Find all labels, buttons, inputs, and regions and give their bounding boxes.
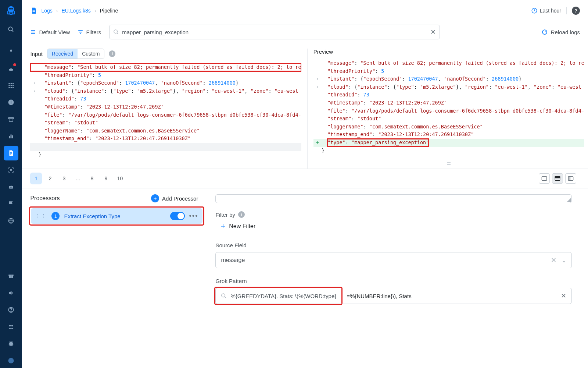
info-icon[interactable]: i <box>238 211 245 218</box>
grok-value-b: =%{NUMBER:line}\), Stats <box>347 293 411 299</box>
divider <box>566 7 567 14</box>
clear-search-icon[interactable]: ✕ <box>430 28 436 36</box>
svg-rect-19 <box>9 136 10 138</box>
left-nav <box>0 0 22 368</box>
search-input[interactable] <box>122 29 430 35</box>
expand-icon[interactable]: › <box>32 79 37 87</box>
nav-scan-icon[interactable] <box>4 163 18 177</box>
input-tabs: Received Custom <box>47 49 105 59</box>
compare-panel: Input Received Custom i "message": "Sent… <box>22 44 588 169</box>
nav-chart-icon[interactable] <box>4 129 18 144</box>
page-1[interactable]: 1 <box>30 173 42 184</box>
expand-icon[interactable]: › <box>315 75 320 83</box>
svg-point-25 <box>10 169 12 171</box>
nav-alert-icon[interactable] <box>4 95 18 110</box>
nav-flag-icon[interactable] <box>4 197 18 211</box>
help-icon[interactable]: ? <box>572 7 580 15</box>
clear-icon[interactable]: ✕ <box>551 256 556 264</box>
breadcrumb-root[interactable]: Logs <box>41 8 52 14</box>
nav-settings-icon[interactable] <box>4 336 18 351</box>
svg-rect-6 <box>11 83 12 84</box>
clear-icon[interactable]: ✕ <box>561 292 566 300</box>
reload-icon <box>541 29 548 35</box>
input-title: Input <box>30 51 42 57</box>
page-9[interactable]: 9 <box>100 173 112 184</box>
processor-item[interactable]: ⋮⋮ 1 Extract Exception Type ••• <box>31 208 202 224</box>
layout-split-h[interactable] <box>552 173 563 184</box>
svg-rect-11 <box>9 87 10 88</box>
svg-rect-5 <box>9 83 10 84</box>
page-8[interactable]: 8 <box>86 173 98 184</box>
grok-field-row: %{GREEDYDATA}. Stats: \(%{WORD:type} =%{… <box>215 288 572 304</box>
info-icon[interactable]: i <box>109 50 115 57</box>
default-view-label: Default View <box>39 29 70 35</box>
breadcrumb-app[interactable]: EU.Logs.k8s <box>61 8 90 14</box>
svg-rect-43 <box>33 11 35 12</box>
plus-icon: + <box>151 194 159 202</box>
new-filter-button[interactable]: + New Filter <box>220 222 572 231</box>
svg-rect-57 <box>568 177 570 181</box>
expand-icon[interactable]: › <box>315 83 320 91</box>
svg-rect-53 <box>542 177 546 181</box>
layout-split-v[interactable] <box>565 173 576 184</box>
page-10[interactable]: 10 <box>114 173 126 184</box>
time-range-picker[interactable]: Last hour <box>531 7 561 14</box>
svg-rect-20 <box>11 135 12 139</box>
nav-bottom-icon[interactable] <box>4 353 18 368</box>
default-view-button[interactable]: Default View <box>30 29 70 35</box>
config-column: Filter by i + New Filter Source Field me… <box>205 188 588 368</box>
nav-grid-icon[interactable] <box>4 78 18 93</box>
expand-icon[interactable]: › <box>32 87 37 95</box>
source-field-select[interactable]: message ✕ ⌄ <box>215 252 572 268</box>
more-icon[interactable]: ••• <box>189 212 198 220</box>
source-field-label: Source Field <box>215 242 572 248</box>
processor-toggle[interactable] <box>170 212 185 220</box>
svg-rect-9 <box>11 85 12 86</box>
bottom-panel: Processors + Add Processor ⋮⋮ 1 Extract … <box>22 188 588 368</box>
textarea-stub[interactable] <box>215 194 572 203</box>
grok-label: Grok Pattern <box>215 278 572 284</box>
nav-ship-icon[interactable] <box>4 61 18 76</box>
reload-button[interactable]: Reload logs <box>541 29 580 35</box>
add-processor-button[interactable]: + Add Processor <box>151 194 198 202</box>
reload-label: Reload logs <box>551 29 580 35</box>
nav-help-icon[interactable] <box>4 302 18 317</box>
nav-megaphone-icon[interactable] <box>4 286 18 300</box>
nav-archive-icon[interactable] <box>4 112 18 127</box>
nav-bot-icon[interactable] <box>4 180 18 194</box>
breadcrumb-current: Pipeline <box>100 8 118 14</box>
svg-point-58 <box>222 294 225 297</box>
tab-custom[interactable]: Custom <box>78 49 104 59</box>
tab-received[interactable]: Received <box>47 49 78 59</box>
chevron-down-icon[interactable]: ⌄ <box>562 257 566 264</box>
menu-icon <box>30 29 36 35</box>
grok-input-highlighted[interactable]: %{GREEDYDATA}. Stats: \(%{WORD:type} <box>215 288 341 304</box>
page-ellipsis: ... <box>72 173 84 184</box>
svg-point-51 <box>114 30 117 33</box>
svg-rect-22 <box>10 152 12 153</box>
svg-rect-16 <box>11 103 11 104</box>
grok-input-rest[interactable]: =%{NUMBER:line}\), Stats ✕ <box>341 288 572 304</box>
svg-rect-23 <box>10 153 12 154</box>
processor-name: Extract Exception Type <box>64 213 165 219</box>
nav-logs-icon[interactable] <box>4 146 18 160</box>
layout-single[interactable] <box>539 173 550 184</box>
page-3[interactable]: 3 <box>58 173 70 184</box>
nav-globe-icon[interactable] <box>4 213 18 228</box>
search-field[interactable]: ✕ <box>109 25 440 39</box>
svg-rect-13 <box>12 87 14 88</box>
filters-button[interactable]: Filters <box>78 29 101 35</box>
grok-value-a: %{GREEDYDATA}. Stats: \(%{WORD:type} <box>230 293 336 299</box>
nav-gift-icon[interactable] <box>4 269 18 283</box>
filters-label: Filters <box>86 29 101 35</box>
page-2[interactable]: 2 <box>44 173 56 184</box>
svg-rect-15 <box>11 101 11 103</box>
svg-rect-50 <box>80 33 81 34</box>
nav-search[interactable] <box>4 22 18 37</box>
resize-handle[interactable] <box>447 158 451 169</box>
layout-buttons <box>539 173 580 184</box>
nav-team-icon[interactable] <box>4 319 18 334</box>
drag-handle-icon[interactable]: ⋮⋮ <box>35 213 47 219</box>
nav-rocket-icon[interactable] <box>4 44 18 59</box>
pager-row: 1 2 3 ... 8 9 10 <box>22 169 588 188</box>
